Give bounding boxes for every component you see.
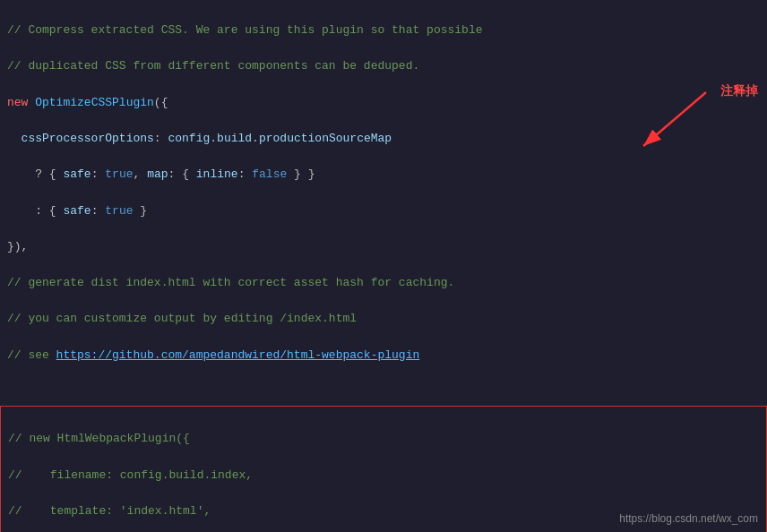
annotation-arrow: [625, 88, 733, 159]
code-block: // Compress extracted CSS. We are using …: [0, 0, 767, 404]
code-editor: // Compress extracted CSS. We are using …: [0, 0, 767, 532]
watermark: https://blog.csdn.net/wx_com: [619, 512, 758, 525]
svg-line-1: [643, 92, 706, 146]
